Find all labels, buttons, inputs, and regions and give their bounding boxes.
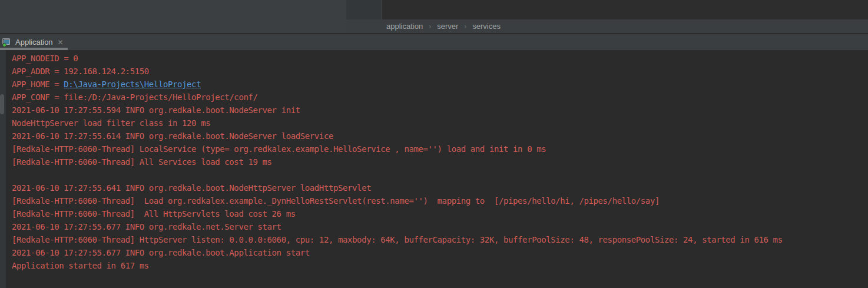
- breadcrumb-item-application[interactable]: application: [386, 22, 423, 31]
- console-line: [Redkale-HTTP:6060-Thread] All HttpServl…: [12, 207, 868, 220]
- console-panel[interactable]: APP_NODEID = 0APP_ADDR = 192.168.124.2:5…: [0, 50, 868, 288]
- console-output[interactable]: APP_NODEID = 0APP_ADDR = 192.168.124.2:5…: [6, 52, 868, 272]
- left-editor-pane[interactable]: [0, 0, 346, 33]
- breadcrumb: application›server›services: [346, 19, 868, 33]
- running-indicator-dot: [2, 43, 6, 47]
- console-line: NodeHttpServer load filter class in 120 …: [12, 117, 868, 130]
- console-file-link[interactable]: D:\Java-Projects\HelloProject: [64, 80, 201, 89]
- console-left-strip: [0, 50, 6, 288]
- breadcrumb-separator-icon: ›: [464, 22, 466, 31]
- console-line: 2021-06-10 17:27:55.677 INFO org.redkale…: [12, 220, 868, 233]
- console-line: [Redkale-HTTP:6060-Thread] Load org.redk…: [12, 194, 868, 207]
- console-line: APP_HOME = D:\Java-Projects\HelloProject: [12, 78, 868, 91]
- console-line: APP_NODEID = 0: [12, 52, 868, 65]
- console-line: 2021-06-10 17:27:55.641 INFO org.redkale…: [12, 181, 868, 194]
- editor-surface[interactable]: [382, 0, 868, 19]
- editor-gutter: [346, 0, 382, 19]
- console-line: APP_ADDR = 192.168.124.2:5150: [12, 65, 868, 78]
- console-line: 2021-06-10 17:27:55.614 INFO org.redkale…: [12, 130, 868, 143]
- console-line: [Redkale-HTTP:6060-Thread] HttpServer li…: [12, 233, 868, 246]
- console-line: 2021-06-10 17:27:55.677 INFO org.redkale…: [12, 246, 868, 259]
- breadcrumb-item-server[interactable]: server: [437, 22, 458, 31]
- tab-application[interactable]: Application ✕: [0, 34, 68, 50]
- scrollbar-thumb[interactable]: [0, 94, 4, 114]
- console-line-prefix: APP_HOME =: [12, 80, 64, 89]
- console-line: 2021-06-10 17:27:55.594 INFO org.redkale…: [12, 104, 868, 117]
- tab-application-label: Application: [15, 38, 53, 47]
- breadcrumb-separator-icon: ›: [429, 22, 431, 31]
- console-line: Application started in 617 ms: [12, 259, 868, 272]
- run-toolwindow-tabbar: Application ✕: [0, 34, 868, 50]
- breadcrumb-item-services[interactable]: services: [472, 22, 501, 31]
- console-line: [Redkale-HTTP:6060-Thread] All Services …: [12, 155, 868, 168]
- console-line: APP_CONF = file:/D:/Java-Projects/HelloP…: [12, 91, 868, 104]
- run-console-icon: [2, 38, 12, 47]
- console-line: [12, 168, 868, 181]
- console-line: [Redkale-HTTP:6060-Thread] LocalService …: [12, 143, 868, 155]
- close-icon[interactable]: ✕: [58, 39, 64, 46]
